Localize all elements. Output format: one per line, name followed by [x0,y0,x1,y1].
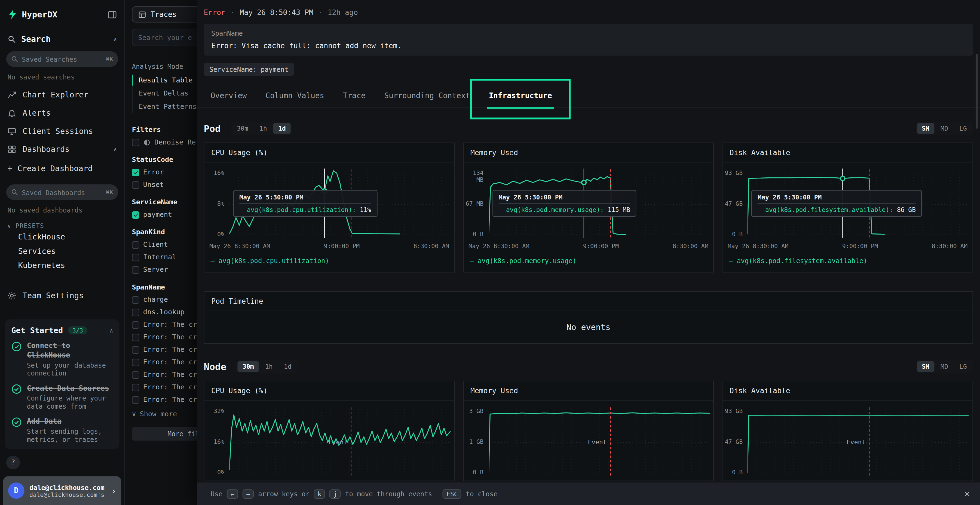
line-chart-node-memory[interactable]: Event [488,404,710,481]
chart-icon [8,91,16,99]
sidebar-item-chart-explorer[interactable]: Chart Explorer [0,86,124,104]
k-key: k [314,489,325,498]
checkbox-icon[interactable] [132,346,139,353]
y-axis-tick: 93 GB [723,408,743,415]
chevron-up-icon[interactable]: ∧ [113,36,117,42]
line-chart-node-cpu[interactable]: Event [229,404,450,481]
preset-kubernetes[interactable]: Kubernetes [0,258,124,273]
separator-dot: · [318,8,323,17]
sidebar-item-alerts[interactable]: Alerts [0,104,124,122]
range-30m-button[interactable]: 30m [238,361,259,372]
saved-dashboards-field[interactable] [22,189,102,196]
create-dashboard-button[interactable]: + Create Dashboard [0,159,124,177]
saved-searches-input[interactable]: ⌘K [6,51,118,67]
checkbox-icon[interactable] [132,181,139,189]
bell-icon [8,108,16,117]
sidebar-item-team-settings[interactable]: Team Settings [0,286,124,305]
presets-toggle[interactable]: ∨ PRESETS [8,222,117,229]
chart-title: Disk Available [723,143,973,162]
user-email: dale@clickhouse.com [29,483,107,491]
chart-title: CPU Usage (%) [204,381,454,400]
y-axis-tick: 0 B [464,469,484,476]
preset-clickhouse[interactable]: ClickHouse [0,229,124,244]
get-started-item[interactable]: Create Data Sources Configure where your… [11,384,113,411]
get-started-item[interactable]: Connect to ClickHouse Set up your databa… [11,341,113,378]
sidebar-item-dashboards[interactable]: Dashboards ∧ [0,140,124,158]
sidebar-item-client-sessions[interactable]: Client Sessions [0,122,124,140]
range-1d-button[interactable]: 1d [279,361,296,372]
user-menu[interactable]: D dale@clickhouse.com dale@clickhouse.co… [3,476,121,505]
pod-timeline-card: Pod Timeline No events [204,291,973,344]
search-section-label: Search [21,34,108,43]
checkbox-checked-icon[interactable] [132,211,139,219]
size-sm-button[interactable]: SM [917,361,934,372]
checkbox-icon[interactable] [132,321,139,329]
no-events-message: No events [204,311,973,343]
relative-time: 12h ago [328,8,358,17]
preset-services[interactable]: Services [0,244,124,258]
tab-trace[interactable]: Trace [343,83,366,108]
range-1d-button[interactable]: 1d [273,123,291,134]
hyperdx-logo-icon [8,9,18,19]
checkbox-checked-icon[interactable] [132,168,139,176]
checkbox-icon[interactable] [132,333,139,341]
chart-card-node-disk: Disk Available 93 GB 47 GB 0 B Event [722,381,973,481]
checkbox-icon[interactable] [132,396,139,403]
chart-legend: — avg(k8s.pod.cpu.utilization) [204,252,454,272]
checkbox-icon[interactable] [132,138,139,146]
keyboard-hints-bar: Use ← → arrow keys or k j to move throug… [197,483,980,505]
checkbox-icon[interactable] [132,371,139,378]
node-range-group: 30m 1h 1d [236,360,298,373]
y-axis-tick: 16% [204,438,224,445]
search-icon [11,189,18,195]
checkbox-icon[interactable] [132,308,139,316]
chart-title: CPU Usage (%) [204,143,454,162]
y-axis-tick: 32% [204,408,224,415]
range-30m-button[interactable]: 30m [232,123,253,134]
tab-overview[interactable]: Overview [211,83,247,108]
tab-column-values[interactable]: Column Values [266,83,324,108]
y-axis-tick: 16% [204,170,224,177]
arrow-left-key: ← [227,489,238,498]
active-tab-underline [487,107,554,110]
x-axis-tick: 8:30:00 AM [414,243,449,249]
range-1h-button[interactable]: 1h [255,123,272,134]
tab-infrastructure[interactable]: Infrastructure [489,83,552,108]
cmd-k-shortcut: ⌘K [106,56,113,62]
y-axis-tick: 93 GB [723,170,743,177]
checkbox-icon[interactable] [132,358,139,366]
detail-tabs: Overview Column Values Trace Surrounding… [197,83,980,108]
scrollbar-thumb[interactable] [976,54,978,129]
event-timestamp: May 26 8:50:43 PM [240,8,313,17]
line-chart-node-disk[interactable]: Event [748,404,969,481]
saved-searches-field[interactable] [22,55,102,63]
checkbox-icon[interactable] [132,241,139,248]
checkbox-icon[interactable] [132,296,139,304]
chart-tooltip: May 26 5:30:00 PM — avg(k8s.pod.memory.u… [492,190,636,217]
get-started-item[interactable]: Add Data Start sending logs, metrics, or… [11,417,113,444]
size-lg-button[interactable]: LG [955,123,972,134]
chart-card-node-memory: Memory Used 3 GB 1 GB 0 B Event [463,381,714,481]
service-name-chip[interactable]: ServiceName: payment [204,63,294,76]
close-drawer-icon[interactable]: × [964,488,970,499]
range-1h-button[interactable]: 1h [260,361,278,372]
collapse-sidebar-icon[interactable] [108,10,117,19]
chevron-up-icon[interactable]: ∧ [113,146,117,152]
checkbox-icon[interactable] [132,383,139,391]
saved-dashboards-input[interactable]: ⌘K [6,184,118,200]
checkbox-icon[interactable] [132,253,139,261]
tab-surrounding-context[interactable]: Surrounding Context [384,83,470,108]
size-lg-button[interactable]: LG [955,361,972,372]
y-axis-tick: 8% [204,200,224,207]
chevron-right-icon: › [111,486,116,495]
chart-title: Disk Available [723,381,973,400]
size-sm-button[interactable]: SM [917,123,934,134]
no-saved-dashboards-note: No saved dashboards [8,206,117,214]
search-icon [11,56,18,62]
chevron-up-icon[interactable]: ∧ [110,327,113,333]
search-section-header[interactable]: Search ∧ [8,34,117,43]
help-button[interactable]: ? [6,455,20,469]
size-md-button[interactable]: MD [935,123,953,134]
size-md-button[interactable]: MD [935,361,953,372]
checkbox-icon[interactable] [132,266,139,273]
